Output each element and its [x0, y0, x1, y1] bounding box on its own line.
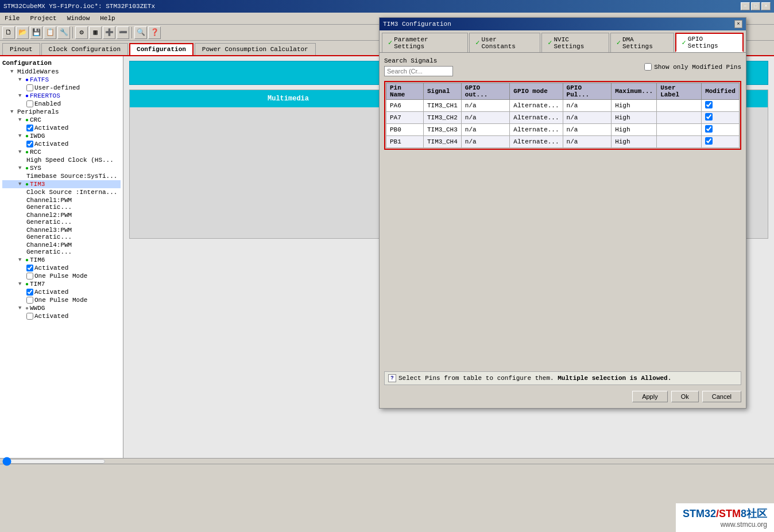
modified-checkbox[interactable] [705, 101, 713, 108]
search-input[interactable] [384, 66, 453, 76]
col-modified: Modified [702, 83, 740, 100]
cell-maximum: High [612, 112, 657, 124]
dialog-title: TIM3 Configuration [383, 21, 451, 28]
dialog-overlay: TIM3 Configuration × ✓ Parameter Setting… [0, 0, 774, 474]
cell-gpio-out: n/a [461, 136, 510, 148]
tab-check-icon: ✓ [548, 38, 552, 47]
cell-signal: TIM3_CH3 [423, 124, 461, 136]
cell-gpio-out: n/a [461, 124, 510, 136]
tab-gpio-label: GPIO Settings [688, 36, 737, 49]
info-text-normal: Select Pins from table to configure them… [398, 375, 554, 382]
tab-check-icon: ✓ [388, 38, 392, 47]
cell-gpio-pull: n/a [563, 112, 612, 124]
col-gpio-pull: GPIO Pul... [563, 83, 612, 100]
cell-pin: PB1 [386, 136, 424, 148]
table-row[interactable]: PA6 TIM3_CH1 n/a Alternate... n/a High [386, 100, 740, 112]
dialog-buttons: Apply Ok Cancel [384, 389, 741, 403]
cell-signal: TIM3_CH2 [423, 112, 461, 124]
cell-gpio-pull: n/a [563, 100, 612, 112]
info-icon: ? [388, 374, 396, 382]
cell-gpio-out: n/a [461, 100, 510, 112]
tab-parameter-settings[interactable]: ✓ Parameter Settings [382, 33, 468, 52]
cell-pin: PA7 [386, 112, 424, 124]
col-user-label: User Label [657, 83, 702, 100]
show-modified-label: Show only Modified Pins [654, 64, 741, 71]
cell-maximum: High [612, 136, 657, 148]
cell-gpio-mode: Alternate... [510, 124, 563, 136]
info-text-bold: Multiple selection is Allowed. [558, 375, 671, 382]
ok-button[interactable]: Ok [671, 391, 699, 402]
cell-gpio-pull: n/a [563, 124, 612, 136]
cancel-button[interactable]: Cancel [702, 391, 741, 402]
cell-pin: PA6 [386, 100, 424, 112]
tab-check-icon: ✓ [682, 38, 686, 47]
cell-user-label [657, 100, 702, 112]
dialog-title-bar: TIM3 Configuration × [380, 18, 746, 30]
show-modified-section: Show only Modified Pins [644, 63, 741, 71]
dialog-content: Search Signals Show only Modified Pins P… [380, 53, 746, 408]
tab-dma-settings[interactable]: ✓ DMA Settings [610, 33, 674, 52]
search-section: Search Signals [384, 57, 453, 76]
cell-modified [702, 112, 740, 124]
show-modified-checkbox[interactable] [644, 63, 652, 71]
col-gpio-mode: GPIO mode [510, 83, 563, 100]
table-row[interactable]: PA7 TIM3_CH2 n/a Alternate... n/a High [386, 112, 740, 124]
cell-maximum: High [612, 100, 657, 112]
tab-dma-label: DMA Settings [622, 36, 668, 50]
tab-nvic-label: NVIC Settings [554, 36, 602, 50]
cell-gpio-mode: Alternate... [510, 136, 563, 148]
apply-button[interactable]: Apply [632, 391, 668, 402]
cell-gpio-mode: Alternate... [510, 112, 563, 124]
gpio-table-wrapper: Pin Name Signal GPIO out... GPIO mode GP… [384, 81, 741, 150]
tab-check-icon: ✓ [475, 38, 479, 47]
tab-param-label: Parameter Settings [394, 36, 462, 50]
modified-checkbox[interactable] [705, 125, 713, 133]
table-row[interactable]: PB1 TIM3_CH4 n/a Alternate... n/a High [386, 136, 740, 148]
tab-nvic-settings[interactable]: ✓ NVIC Settings [541, 33, 609, 52]
search-row: Search Signals Show only Modified Pins [384, 57, 741, 76]
cell-user-label [657, 124, 702, 136]
gpio-table: Pin Name Signal GPIO out... GPIO mode GP… [386, 83, 740, 148]
cell-gpio-mode: Alternate... [510, 100, 563, 112]
dialog-close-button[interactable]: × [734, 20, 742, 28]
cell-modified [702, 136, 740, 148]
cell-user-label [657, 136, 702, 148]
col-maximum: Maximum... [612, 83, 657, 100]
cell-signal: TIM3_CH1 [423, 100, 461, 112]
info-text: Select Pins from table to configure them… [398, 375, 671, 382]
dialog-info-bar: ? Select Pins from table to configure th… [384, 371, 741, 385]
modified-checkbox[interactable] [705, 137, 713, 145]
col-pin-name: Pin Name [386, 83, 424, 100]
col-signal: Signal [423, 83, 461, 100]
dialog-empty-area [384, 150, 741, 368]
cell-modified [702, 124, 740, 136]
tim3-dialog: TIM3 Configuration × ✓ Parameter Setting… [379, 17, 746, 409]
cell-maximum: High [612, 124, 657, 136]
modified-checkbox[interactable] [705, 113, 713, 121]
cell-pin: PB0 [386, 124, 424, 136]
col-gpio-out: GPIO out... [461, 83, 510, 100]
cell-signal: TIM3_CH4 [423, 136, 461, 148]
cell-user-label [657, 112, 702, 124]
tab-gpio-settings[interactable]: ✓ GPIO Settings [675, 33, 744, 52]
dialog-tabs: ✓ Parameter Settings ✓ User Constants ✓ … [380, 30, 746, 53]
cell-modified [702, 100, 740, 112]
cell-gpio-pull: n/a [563, 136, 612, 148]
search-label: Search Signals [384, 57, 453, 64]
cell-gpio-out: n/a [461, 112, 510, 124]
tab-user-constants[interactable]: ✓ User Constants [469, 33, 540, 52]
tab-user-label: User Constants [481, 36, 534, 50]
tab-check-icon: ✓ [617, 38, 621, 47]
table-row[interactable]: PB0 TIM3_CH3 n/a Alternate... n/a High [386, 124, 740, 136]
